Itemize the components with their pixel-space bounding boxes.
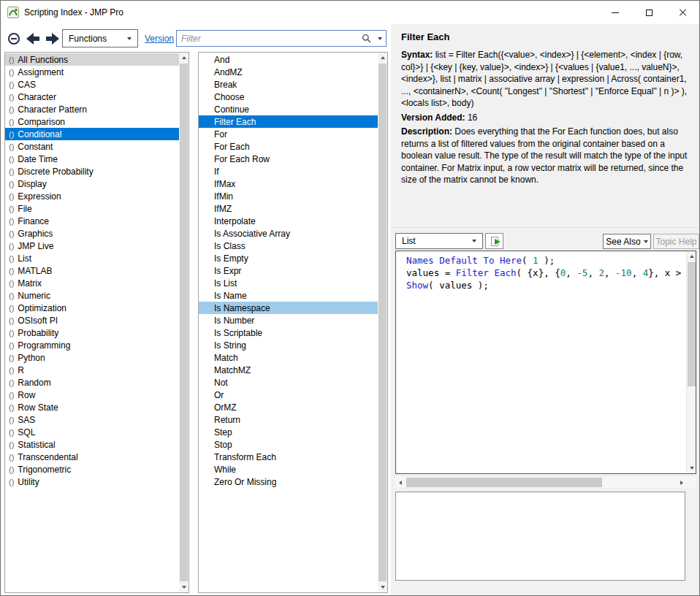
category-item-random[interactable]: ()Random (5, 376, 179, 389)
see-also-button[interactable]: See Also (603, 234, 651, 249)
category-item-matrix[interactable]: ()Matrix (5, 277, 179, 289)
category-item-sql[interactable]: ()SQL (5, 426, 179, 438)
function-item-is-string[interactable]: Is String (199, 339, 378, 351)
category-item-matlab[interactable]: ()MATLAB (5, 264, 179, 277)
category-item-graphics[interactable]: ()Graphics (5, 227, 179, 240)
titlebar[interactable]: Scripting Index - JMP Pro (1, 1, 699, 24)
scroll-up-button[interactable] (179, 53, 189, 63)
category-item-display[interactable]: ()Display (5, 177, 179, 190)
function-item-break[interactable]: Break (199, 78, 378, 91)
function-item-is-namespace[interactable]: Is Namespace (199, 302, 378, 314)
topic-help-button[interactable]: Topic Help (653, 234, 699, 249)
function-item-ormz[interactable]: OrMZ (199, 401, 378, 413)
function-item-for-each[interactable]: For Each (199, 140, 378, 153)
function-item-match[interactable]: Match (199, 351, 378, 364)
code-editor[interactable]: Names Default To Here( 1 );values = Filt… (396, 251, 686, 473)
category-item-file[interactable]: ()File (5, 202, 179, 215)
category-item-cas[interactable]: ()CAS (5, 78, 179, 91)
category-item-transcendental[interactable]: ()Transcendental (5, 451, 179, 463)
version-link[interactable]: Version (145, 34, 174, 44)
example-target-combo[interactable]: List (395, 233, 483, 249)
category-item-constant[interactable]: ()Constant (5, 140, 179, 153)
function-item-continue[interactable]: Continue (199, 103, 378, 115)
function-item-transform-each[interactable]: Transform Each (199, 451, 378, 463)
category-item-character[interactable]: ()Character (5, 91, 179, 103)
category-item-trigonometric[interactable]: ()Trigonometric (5, 463, 179, 475)
category-item-r[interactable]: ()R (5, 364, 179, 376)
scrollbar-thumb[interactable] (378, 64, 387, 581)
category-item-sas[interactable]: ()SAS (5, 413, 179, 426)
category-item-finance[interactable]: ()Finance (5, 215, 179, 227)
function-item-ifmax[interactable]: IfMax (199, 177, 378, 190)
category-item-assignment[interactable]: ()Assignment (5, 66, 179, 78)
category-item-row[interactable]: ()Row (5, 389, 179, 401)
category-item-character-pattern[interactable]: ()Character Pattern (5, 103, 179, 115)
code-vertical-scrollbar[interactable] (686, 251, 696, 473)
category-item-programming[interactable]: ()Programming (5, 339, 179, 351)
category-item-jmp-live[interactable]: ()JMP Live (5, 240, 179, 252)
category-item-numeric[interactable]: ()Numeric (5, 289, 179, 302)
function-item-interpolate[interactable]: Interpolate (199, 215, 378, 227)
scroll-up-button[interactable] (687, 251, 696, 261)
function-item-ifmz[interactable]: IfMZ (199, 202, 378, 215)
category-item-discrete-probability[interactable]: ()Discrete Probability (5, 165, 179, 177)
category-scrollbar[interactable] (179, 53, 189, 592)
category-item-python[interactable]: ()Python (5, 351, 179, 364)
code-horizontal-scrollbar[interactable] (395, 477, 687, 488)
function-item-zero-or-missing[interactable]: Zero Or Missing (199, 475, 378, 488)
function-item-if[interactable]: If (199, 165, 378, 177)
category-item-statistical[interactable]: ()Statistical (5, 438, 179, 451)
function-item-matchmz[interactable]: MatchMZ (199, 364, 378, 376)
close-button[interactable] (666, 1, 699, 24)
function-item-not[interactable]: Not (199, 376, 378, 389)
scroll-up-button[interactable] (378, 53, 387, 63)
scope-combo[interactable]: Functions (62, 29, 138, 47)
function-item-is-number[interactable]: Is Number (199, 314, 378, 326)
function-item-ifmin[interactable]: IfMin (199, 190, 378, 202)
function-item-is-empty[interactable]: Is Empty (199, 252, 378, 264)
filter-input[interactable] (177, 31, 359, 46)
function-item-and[interactable]: And (199, 53, 378, 66)
function-item-is-associative-array[interactable]: Is Associative Array (199, 227, 378, 240)
function-item-stop[interactable]: Stop (199, 438, 378, 451)
category-item-probability[interactable]: ()Probability (5, 326, 179, 339)
scroll-left-button[interactable] (395, 477, 406, 488)
function-item-andmz[interactable]: AndMZ (199, 66, 378, 78)
category-item-date-time[interactable]: ()Date Time (5, 153, 179, 165)
function-item-is-class[interactable]: Is Class (199, 240, 378, 252)
function-item-or[interactable]: Or (199, 389, 378, 401)
maximize-button[interactable] (632, 1, 666, 24)
filter-dropdown-button[interactable] (373, 31, 386, 46)
log-output[interactable] (395, 492, 685, 581)
scroll-down-button[interactable] (179, 582, 189, 592)
function-item-is-expr[interactable]: Is Expr (199, 264, 378, 277)
minimize-button[interactable] (598, 1, 632, 24)
category-item-utility[interactable]: ()Utility (5, 475, 179, 488)
scrollbar-thumb[interactable] (688, 262, 696, 386)
scroll-down-button[interactable] (378, 582, 387, 592)
category-item-all-functions[interactable]: ()All Functions (5, 53, 179, 66)
scrollbar-thumb[interactable] (406, 478, 602, 487)
function-item-choose[interactable]: Choose (199, 91, 378, 103)
run-script-button[interactable] (485, 233, 503, 249)
search-icon[interactable] (359, 34, 373, 43)
function-scrollbar[interactable] (378, 53, 387, 592)
scroll-right-button[interactable] (677, 477, 687, 488)
top-level-button[interactable] (4, 29, 23, 47)
category-item-osisoft-pi[interactable]: ()OSIsoft PI (5, 314, 179, 326)
category-item-list[interactable]: ()List (5, 252, 179, 264)
back-button[interactable] (23, 29, 42, 47)
function-item-while[interactable]: While (199, 463, 378, 475)
function-item-is-list[interactable]: Is List (199, 277, 378, 289)
function-item-for-each-row[interactable]: For Each Row (199, 153, 378, 165)
category-item-row-state[interactable]: ()Row State (5, 401, 179, 413)
category-item-conditional[interactable]: ()Conditional (5, 128, 179, 140)
function-item-step[interactable]: Step (199, 426, 378, 438)
category-item-optimization[interactable]: ()Optimization (5, 302, 179, 314)
function-item-return[interactable]: Return (199, 413, 378, 426)
forward-button[interactable] (43, 29, 61, 47)
function-item-is-name[interactable]: Is Name (199, 289, 378, 302)
category-item-expression[interactable]: ()Expression (5, 190, 179, 202)
function-item-for[interactable]: For (199, 128, 378, 140)
function-item-is-scriptable[interactable]: Is Scriptable (199, 326, 378, 339)
